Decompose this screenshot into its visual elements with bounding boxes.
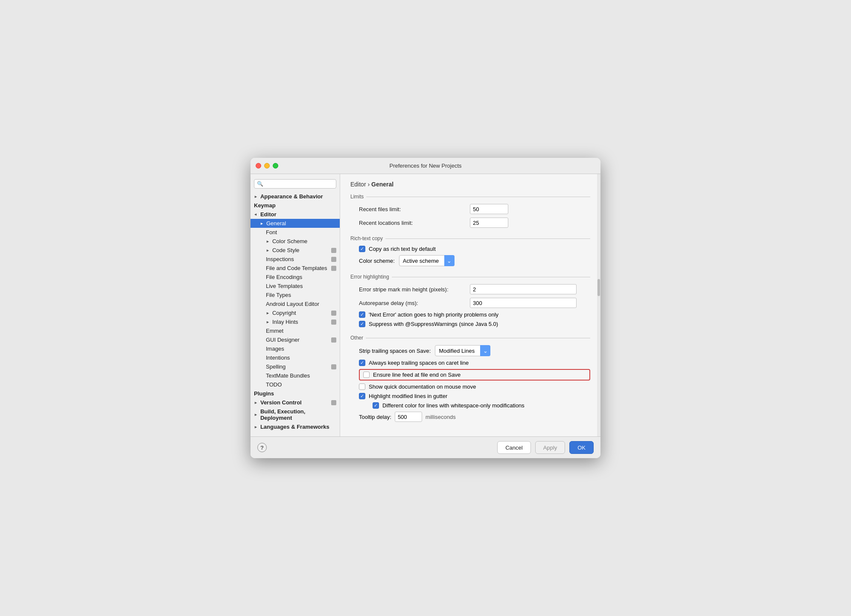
sidebar-label: Version Control xyxy=(260,399,302,406)
help-button[interactable]: ? xyxy=(257,443,267,452)
maximize-button[interactable] xyxy=(273,163,278,169)
sidebar-item-emmet[interactable]: Emmet xyxy=(251,326,340,335)
section-label-other: Other xyxy=(350,335,590,341)
show-quick-doc-label: Show quick documentation on mouse move xyxy=(369,384,476,390)
traffic-lights xyxy=(256,163,278,169)
copy-richtext-checkbox[interactable] xyxy=(359,246,365,252)
sidebar-item-filetemplates[interactable]: File and Code Templates xyxy=(251,264,340,273)
sidebar-item-spelling[interactable]: Spelling xyxy=(251,362,340,371)
section-label-richtext: Rich-text copy xyxy=(350,235,590,241)
next-error-checkbox[interactable] xyxy=(359,311,365,318)
arrow-icon: ► xyxy=(266,239,270,244)
sidebar-item-appearance[interactable]: ► Appearance & Behavior xyxy=(251,192,340,201)
sidebar-item-guidesigner[interactable]: GUI Designer xyxy=(251,335,340,344)
sidebar-item-fileencodings[interactable]: File Encodings xyxy=(251,273,340,282)
sidebar-label: GUI Designer xyxy=(266,337,300,343)
arrow-icon: ► xyxy=(254,195,258,199)
ok-button[interactable]: OK xyxy=(569,441,594,454)
richtext-section: Rich-text copy Copy as rich text by defa… xyxy=(350,235,590,266)
breadcrumb-child: General xyxy=(371,181,393,188)
sidebar-item-colorscheme[interactable]: ► Color Scheme xyxy=(251,237,340,246)
autoreparse-input[interactable] xyxy=(470,298,577,308)
sidebar-item-plugins[interactable]: Plugins xyxy=(251,389,340,398)
badge-icon xyxy=(331,364,336,369)
sidebar-item-androidlayout[interactable]: Android Layout Editor xyxy=(251,299,340,308)
apply-button[interactable]: Apply xyxy=(535,441,565,454)
highlight-modified-checkbox[interactable] xyxy=(359,393,365,399)
sidebar-label: Android Layout Editor xyxy=(266,301,319,307)
sidebar-item-images[interactable]: Images xyxy=(251,344,340,353)
different-color-checkbox[interactable] xyxy=(373,402,379,409)
section-label-limits: Limits xyxy=(350,194,590,200)
other-section: Other Strip trailing spaces on Save: Mod… xyxy=(350,335,590,422)
sidebar-item-versioncontrol[interactable]: ► Version Control xyxy=(251,398,340,407)
sidebar-label: General xyxy=(266,220,286,227)
search-box[interactable]: 🔍 xyxy=(254,179,336,189)
arrow-icon: ► xyxy=(254,425,258,429)
color-scheme-select[interactable]: Active scheme xyxy=(399,255,455,266)
sidebar-label: TODO xyxy=(266,381,282,388)
strip-trailing-select[interactable]: Modified Lines None All xyxy=(435,345,490,356)
badge-icon xyxy=(331,266,336,271)
sidebar-item-livetemplates[interactable]: Live Templates xyxy=(251,282,340,291)
sidebar-item-inspections[interactable]: Inspections xyxy=(251,255,340,264)
sidebar-item-filetypes[interactable]: File Types xyxy=(251,291,340,299)
always-keep-trailing-row: Always keep trailing spaces on caret lin… xyxy=(350,360,590,366)
sidebar-item-keymap[interactable]: Keymap xyxy=(251,201,340,210)
tooltip-delay-label: Tooltip delay: xyxy=(359,414,391,420)
suppress-warnings-checkbox[interactable] xyxy=(359,321,365,327)
strip-trailing-row: Strip trailing spaces on Save: Modified … xyxy=(350,345,590,356)
tooltip-delay-input[interactable] xyxy=(395,412,422,422)
scrollbar-thumb[interactable] xyxy=(597,279,600,296)
ensure-line-feed-label: Ensure line feed at file end on Save xyxy=(373,372,460,378)
main-content: 🔍 ► Appearance & Behavior Keymap ▼ Edito… xyxy=(251,174,600,436)
sidebar-label: Code Style xyxy=(272,247,300,253)
sidebar-label: File Types xyxy=(266,292,291,298)
sidebar-label: Inlay Hints xyxy=(272,319,298,325)
cancel-button[interactable]: Cancel xyxy=(497,441,530,454)
stripe-mark-input[interactable] xyxy=(470,284,577,294)
arrow-icon: ▼ xyxy=(254,212,258,216)
ensure-line-feed-row: Ensure line feed at file end on Save xyxy=(359,369,590,381)
footer: ? Cancel Apply OK xyxy=(251,436,600,458)
panel-wrapper: Editor › General Limits Recent files lim… xyxy=(340,174,600,436)
sidebar-item-inlayhints[interactable]: ► Inlay Hints xyxy=(251,317,340,326)
arrow-icon: ► xyxy=(254,401,258,405)
window-title: Preferences for New Projects xyxy=(389,163,461,169)
strip-trailing-dropdown-wrapper: Modified Lines None All xyxy=(435,345,490,356)
minimize-button[interactable] xyxy=(264,163,270,169)
sidebar-item-editor[interactable]: ▼ Editor xyxy=(251,210,340,219)
sidebar-item-copyright[interactable]: ► Copyright xyxy=(251,308,340,317)
search-input[interactable] xyxy=(265,181,333,187)
tooltip-delay-row: Tooltip delay: milliseconds xyxy=(350,412,590,422)
sidebar-item-intentions[interactable]: Intentions xyxy=(251,353,340,362)
sidebar-item-textmatebundles[interactable]: TextMate Bundles xyxy=(251,371,340,380)
sidebar-label: Font xyxy=(266,229,277,235)
sidebar-item-todo[interactable]: TODO xyxy=(251,380,340,389)
sidebar-label: Images xyxy=(266,346,284,352)
footer-left: ? xyxy=(257,443,267,452)
always-keep-trailing-checkbox[interactable] xyxy=(359,360,365,366)
recent-files-input[interactable] xyxy=(470,204,508,214)
sidebar-item-codestyle[interactable]: ► Code Style xyxy=(251,246,340,255)
sidebar-label: Intentions xyxy=(266,354,290,361)
breadcrumb-parent: Editor xyxy=(350,181,366,188)
section-label-error: Error highlighting xyxy=(350,274,590,280)
sidebar-item-languages[interactable]: ► Languages & Frameworks xyxy=(251,422,340,431)
sidebar-item-general[interactable]: ► General xyxy=(251,219,340,228)
close-button[interactable] xyxy=(256,163,261,169)
strip-trailing-label: Strip trailing spaces on Save: xyxy=(359,348,431,354)
sidebar-item-font[interactable]: Font xyxy=(251,228,340,237)
sidebar-label: Build, Execution, Deployment xyxy=(260,408,336,421)
recent-locations-input[interactable] xyxy=(470,218,508,228)
sidebar-label: TextMate Bundles xyxy=(266,372,310,379)
settings-panel: Editor › General Limits Recent files lim… xyxy=(340,174,600,436)
ensure-line-feed-checkbox[interactable] xyxy=(363,372,370,378)
sidebar: 🔍 ► Appearance & Behavior Keymap ▼ Edito… xyxy=(251,174,340,436)
recent-files-label: Recent files limit: xyxy=(359,206,470,212)
recent-locations-row: Recent locations limit: xyxy=(350,218,590,228)
sidebar-label: Copyright xyxy=(272,310,296,316)
show-quick-doc-checkbox[interactable] xyxy=(359,384,365,390)
sidebar-item-buildexec[interactable]: ► Build, Execution, Deployment xyxy=(251,407,340,422)
color-scheme-label: Color scheme: xyxy=(359,258,395,264)
